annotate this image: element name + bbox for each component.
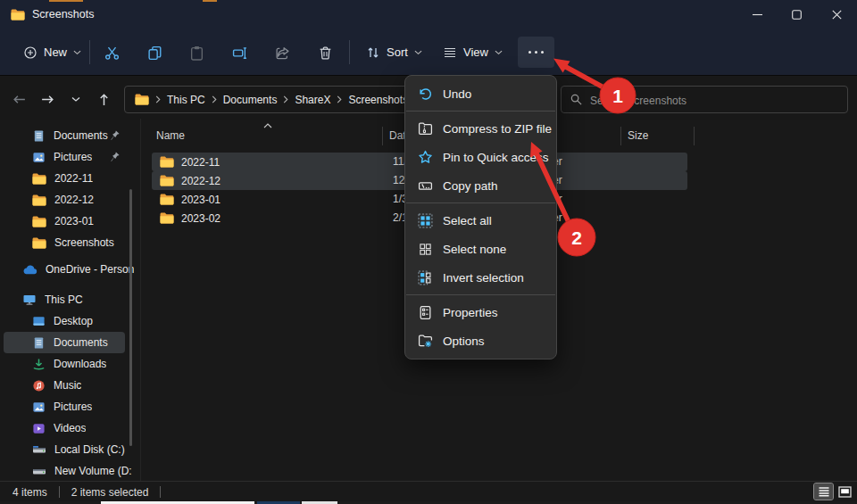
delete-button[interactable] bbox=[313, 41, 337, 64]
maximize-button[interactable] bbox=[778, 4, 814, 25]
rename-button[interactable] bbox=[228, 41, 251, 64]
options-folder-gear-icon bbox=[417, 333, 433, 349]
menu-item-label: Pin to Quick access bbox=[443, 151, 549, 164]
menu-item-pin-to-quick-access[interactable]: Pin to Quick access bbox=[405, 143, 556, 171]
sidebar-item-documents-pinned[interactable]: Documents bbox=[0, 125, 140, 146]
sidebar-item-2022-11[interactable]: 2022-11 bbox=[0, 168, 140, 189]
sidebar-item-label: New Volume (D: bbox=[54, 465, 132, 477]
paste-button[interactable] bbox=[185, 41, 208, 64]
cut-button[interactable] bbox=[100, 41, 123, 64]
explorer-tab[interactable]: Screenshots bbox=[11, 4, 94, 25]
menu-item-label: Copy path bbox=[443, 179, 498, 193]
sidebar-item-downloads[interactable]: Downloads bbox=[0, 353, 140, 375]
arrow-up-icon bbox=[96, 92, 112, 107]
pin-icon bbox=[109, 129, 121, 141]
menu-item-undo[interactable]: Undo bbox=[405, 79, 556, 108]
menu-item-invert-selection[interactable]: Invert selection bbox=[405, 263, 556, 292]
menu-item-copy-path[interactable]: Copy path bbox=[405, 171, 556, 200]
column-divider[interactable] bbox=[382, 127, 383, 145]
breadcrumb-screenshots[interactable]: Screenshots bbox=[348, 94, 408, 106]
view-button[interactable]: View bbox=[436, 37, 510, 68]
sidebar-item-music[interactable]: Music bbox=[0, 375, 140, 396]
menu-item-label: Compress to ZIP file bbox=[443, 122, 552, 136]
sidebar-item-desktop[interactable]: Desktop bbox=[0, 310, 140, 332]
cut-scissors-icon bbox=[104, 45, 120, 61]
paste-clipboard-icon bbox=[189, 45, 204, 61]
menu-separator bbox=[406, 202, 555, 203]
share-button[interactable] bbox=[270, 41, 294, 64]
document-icon bbox=[32, 336, 46, 350]
sidebar-item-2022-12[interactable]: 2022-12 bbox=[0, 189, 140, 211]
history-dropdown-button[interactable] bbox=[64, 87, 87, 111]
chevron-right-icon bbox=[283, 95, 288, 103]
sidebar-item-label: Videos bbox=[54, 422, 86, 434]
maximize-icon bbox=[792, 10, 802, 20]
new-button[interactable]: New bbox=[14, 37, 90, 68]
downloads-arrow-icon bbox=[32, 358, 46, 371]
search-input[interactable] bbox=[588, 88, 842, 112]
breadcrumb-sharex[interactable]: ShareX bbox=[295, 94, 330, 106]
background-window-artifact bbox=[49, 0, 83, 2]
details-view-toggle-button[interactable] bbox=[814, 483, 833, 500]
sidebar-item-label: This PC bbox=[45, 293, 83, 306]
sidebar-item-pictures-pinned[interactable]: Pictures bbox=[0, 146, 140, 168]
sidebar-item-documents-selected[interactable]: Documents bbox=[4, 332, 125, 353]
sidebar-item-new-volume-d[interactable]: New Volume (D: bbox=[0, 460, 140, 482]
folder-icon bbox=[32, 194, 46, 206]
breadcrumb-this-pc[interactable]: This PC bbox=[167, 94, 205, 106]
sidebar-item-videos[interactable]: Videos bbox=[0, 417, 140, 439]
tab-title: Screenshots bbox=[32, 8, 94, 21]
arrow-left-icon bbox=[12, 92, 27, 107]
folder-icon bbox=[11, 9, 25, 21]
pane-divider bbox=[140, 119, 141, 481]
menu-item-properties[interactable]: Properties bbox=[405, 298, 556, 326]
chevron-right-icon bbox=[337, 95, 342, 103]
delete-trash-icon bbox=[318, 45, 333, 61]
hard-disk-icon bbox=[32, 464, 46, 478]
copy-button[interactable] bbox=[143, 41, 166, 64]
column-header-size[interactable]: Size bbox=[628, 129, 648, 142]
pin-icon bbox=[109, 151, 121, 162]
menu-item-select-all[interactable]: Select all bbox=[405, 206, 556, 235]
column-header-name[interactable]: Name bbox=[156, 129, 185, 142]
thumbnail-view-toggle-button[interactable] bbox=[836, 483, 854, 500]
pictures-icon bbox=[32, 401, 46, 414]
menu-item-label: Select all bbox=[443, 214, 492, 227]
menu-item-compress-to-zip[interactable]: Compress to ZIP file bbox=[405, 114, 556, 143]
column-divider[interactable] bbox=[694, 127, 695, 145]
videos-play-icon bbox=[32, 422, 46, 435]
sidebar-item-onedrive[interactable]: OneDrive - Person bbox=[0, 259, 140, 280]
sidebar-item-2023-01[interactable]: 2023-01 bbox=[0, 211, 140, 232]
sidebar-item-label: Downloads bbox=[54, 358, 106, 370]
column-divider[interactable] bbox=[620, 127, 621, 145]
folder-icon bbox=[135, 94, 149, 105]
menu-item-options[interactable]: Options bbox=[405, 326, 556, 355]
sidebar-item-this-pc[interactable]: This PC bbox=[0, 289, 140, 310]
pictures-icon bbox=[32, 151, 46, 164]
sidebar-item-label: Desktop bbox=[54, 315, 93, 327]
close-button[interactable] bbox=[819, 4, 854, 25]
sidebar-scrollbar[interactable] bbox=[129, 189, 132, 446]
back-button[interactable] bbox=[7, 87, 30, 111]
see-more-menu: Undo Compress to ZIP file Pin to Quick a… bbox=[404, 75, 557, 359]
chevron-down-icon bbox=[414, 50, 422, 55]
sort-button[interactable]: Sort bbox=[359, 37, 429, 68]
folder-icon bbox=[32, 216, 46, 227]
minimize-icon bbox=[753, 10, 762, 20]
see-more-button[interactable] bbox=[518, 37, 554, 68]
up-button[interactable] bbox=[92, 87, 115, 111]
folder-icon bbox=[160, 194, 174, 205]
undo-icon bbox=[417, 86, 433, 102]
sidebar-item-screenshots[interactable]: Screenshots bbox=[0, 232, 140, 253]
forward-button[interactable] bbox=[36, 87, 59, 111]
menu-item-select-none[interactable]: Select none bbox=[405, 235, 556, 263]
sidebar-item-pictures[interactable]: Pictures bbox=[0, 396, 140, 417]
sidebar-item-local-disk-c[interactable]: Local Disk (C:) bbox=[0, 439, 140, 460]
menu-separator bbox=[406, 111, 555, 112]
file-explorer-window: Screenshots New bbox=[0, 0, 857, 504]
menu-item-label: Select none bbox=[443, 243, 506, 256]
sidebar-item-label: Screenshots bbox=[54, 236, 114, 249]
breadcrumb-documents[interactable]: Documents bbox=[223, 94, 278, 106]
see-more-ellipsis-icon bbox=[535, 51, 537, 54]
minimize-button[interactable] bbox=[739, 4, 775, 25]
